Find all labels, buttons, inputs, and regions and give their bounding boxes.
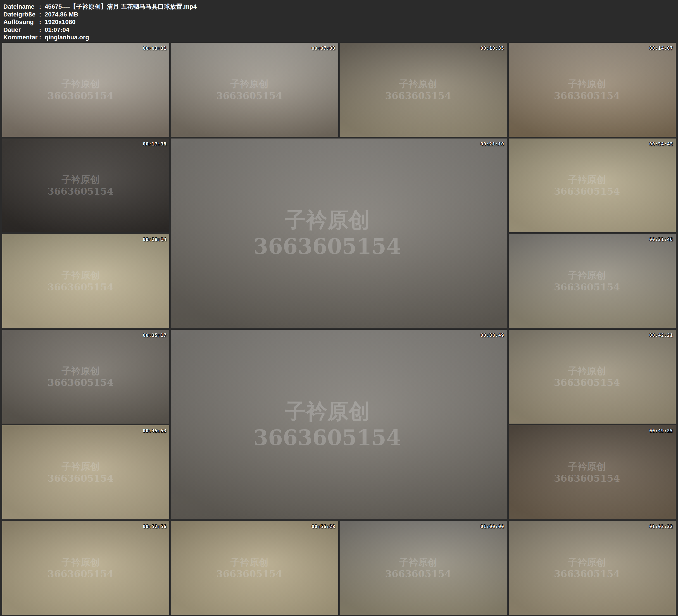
- watermark-text: 子衿原创 3663605154: [216, 78, 282, 102]
- timestamp-overlay: 00:31:46: [649, 237, 673, 242]
- video-thumbnail: 子衿原创 3663605154 00:45:53: [2, 425, 169, 519]
- timestamp-overlay: 00:52:56: [143, 524, 166, 529]
- watermark-text: 子衿原创 3663605154: [554, 556, 620, 580]
- duration-label: Dauer: [3, 26, 39, 34]
- watermark-text: 子衿原创 3663605154: [554, 78, 620, 102]
- watermark-line2: 3663605154: [554, 90, 620, 101]
- video-thumbnail: 子衿原创 3663605154 01:00:00: [340, 521, 507, 615]
- timestamp-overlay: 00:24:42: [649, 141, 673, 147]
- watermark-line2: 3663605154: [47, 568, 114, 579]
- watermark-text: 子衿原创 3663605154: [554, 269, 620, 293]
- video-thumbnail: 子衿原创 3663605154 00:10:35: [340, 43, 507, 137]
- resolution-label: Auflösung: [3, 18, 39, 26]
- watermark-text: 子衿原创 3663605154: [253, 398, 401, 451]
- watermark-line1: 子衿原创: [568, 78, 606, 89]
- watermark-line2: 3663605154: [554, 568, 620, 579]
- separator: :: [39, 3, 45, 11]
- video-thumbnail: 子衿原创 3663605154 00:56:28: [171, 521, 338, 615]
- separator: :: [39, 18, 45, 26]
- watermark-text: 子衿原创 3663605154: [554, 365, 620, 388]
- watermark-line2: 3663605154: [253, 234, 401, 259]
- separator: :: [39, 11, 45, 18]
- timestamp-overlay: 00:17:38: [143, 141, 166, 147]
- watermark-text: 子衿原创 3663605154: [385, 556, 451, 580]
- video-thumbnail: 子衿原创 3663605154 00:14:07: [509, 43, 676, 137]
- watermark-text: 子衿原创 3663605154: [554, 460, 620, 484]
- watermark-line2: 3663605154: [385, 90, 451, 101]
- watermark-line1: 子衿原创: [230, 556, 268, 567]
- video-thumbnail: 子衿原创 3663605154 00:42:21: [509, 330, 676, 424]
- watermark-line2: 3663605154: [47, 472, 114, 484]
- meta-row-comment: Kommentar : qinglanhua.org: [3, 34, 678, 41]
- resolution-value: 1920x1080: [45, 18, 75, 26]
- watermark-line1: 子衿原创: [568, 365, 606, 376]
- watermark-text: 子衿原创 3663605154: [47, 78, 114, 102]
- watermark-line1: 子衿原创: [230, 78, 268, 89]
- video-thumbnail: 子衿原创 3663605154 00:24:42: [509, 139, 676, 233]
- watermark-line1: 子衿原创: [62, 78, 100, 89]
- filesize-label: Dateigröße: [3, 11, 39, 18]
- watermark-line1: 子衿原创: [62, 174, 100, 185]
- watermark-line2: 3663605154: [554, 186, 620, 197]
- timestamp-overlay: 00:21:10: [481, 141, 504, 147]
- video-thumbnail: 子衿原创 3663605154 00:38:49: [171, 330, 507, 519]
- filesize-value: 2074.86 MB: [45, 11, 78, 18]
- meta-row-duration: Dauer : 01:07:04: [3, 26, 678, 34]
- meta-row-filesize: Dateigröße : 2074.86 MB: [3, 11, 678, 18]
- thumbnail-grid: 子衿原创 3663605154 00:03:31 子衿原创 3663605154…: [0, 43, 678, 616]
- timestamp-overlay: 00:07:03: [311, 45, 335, 51]
- video-thumbnail: 子衿原创 3663605154 00:21:10: [171, 139, 507, 328]
- watermark-line1: 子衿原创: [568, 174, 606, 185]
- file-info-header: Dateiname : 45675----【子衿原创】清月 五花驷马马具口球放置…: [0, 0, 678, 43]
- watermark-line1: 子衿原创: [399, 78, 437, 89]
- meta-row-filename: Dateiname : 45675----【子衿原创】清月 五花驷马马具口球放置…: [3, 3, 678, 11]
- watermark-line1: 子衿原创: [285, 207, 370, 232]
- watermark-line1: 子衿原创: [62, 365, 100, 376]
- video-thumbnail: 子衿原创 3663605154 00:49:25: [509, 425, 676, 519]
- watermark-line1: 子衿原创: [568, 556, 606, 567]
- watermark-text: 子衿原创 3663605154: [47, 174, 114, 197]
- watermark-line2: 3663605154: [47, 186, 114, 197]
- watermark-line2: 3663605154: [47, 377, 114, 388]
- timestamp-overlay: 00:38:49: [481, 333, 504, 338]
- separator: :: [39, 34, 45, 41]
- timestamp-overlay: 00:49:25: [649, 428, 673, 433]
- comment-value: qinglanhua.org: [45, 34, 89, 41]
- filename-label: Dateiname: [3, 3, 39, 11]
- filename-value: 45675----【子衿原创】清月 五花驷马马具口球放置.mp4: [45, 3, 197, 11]
- separator: :: [39, 26, 45, 34]
- video-thumbnail: 子衿原创 3663605154 00:17:38: [2, 139, 169, 233]
- timestamp-overlay: 01:00:00: [481, 524, 504, 529]
- watermark-line1: 子衿原创: [62, 556, 100, 567]
- video-thumbnail: 子衿原创 3663605154 00:31:46: [509, 234, 676, 328]
- comment-label: Kommentar: [3, 34, 39, 41]
- watermark-line2: 3663605154: [554, 281, 620, 292]
- watermark-text: 子衿原创 3663605154: [47, 460, 114, 484]
- watermark-line2: 3663605154: [385, 568, 451, 579]
- video-thumbnail: 子衿原创 3663605154 00:35:17: [2, 330, 169, 424]
- watermark-text: 子衿原创 3663605154: [47, 269, 114, 293]
- watermark-line2: 3663605154: [253, 425, 401, 450]
- watermark-line1: 子衿原创: [62, 461, 100, 472]
- timestamp-overlay: 00:42:21: [649, 333, 673, 338]
- timestamp-overlay: 00:56:28: [311, 524, 335, 529]
- watermark-line1: 子衿原创: [62, 269, 100, 281]
- watermark-text: 子衿原创 3663605154: [554, 174, 620, 197]
- video-thumbnail: 子衿原创 3663605154 00:28:14: [2, 234, 169, 328]
- watermark-line2: 3663605154: [554, 472, 620, 484]
- watermark-line2: 3663605154: [47, 281, 114, 292]
- meta-row-resolution: Auflösung : 1920x1080: [3, 18, 678, 26]
- video-thumbnail: 子衿原创 3663605154 00:52:56: [2, 521, 169, 615]
- watermark-line1: 子衿原创: [285, 399, 370, 424]
- watermark-line1: 子衿原创: [568, 269, 606, 281]
- duration-value: 01:07:04: [45, 26, 69, 34]
- timestamp-overlay: 00:35:17: [143, 333, 166, 338]
- timestamp-overlay: 00:10:35: [481, 45, 504, 51]
- watermark-line2: 3663605154: [216, 568, 282, 579]
- watermark-line2: 3663605154: [554, 377, 620, 388]
- video-thumbnail: 子衿原创 3663605154 01:03:32: [509, 521, 676, 615]
- timestamp-overlay: 00:14:07: [649, 45, 673, 51]
- watermark-text: 子衿原创 3663605154: [216, 556, 282, 580]
- watermark-text: 子衿原创 3663605154: [253, 207, 401, 260]
- watermark-line1: 子衿原创: [568, 461, 606, 472]
